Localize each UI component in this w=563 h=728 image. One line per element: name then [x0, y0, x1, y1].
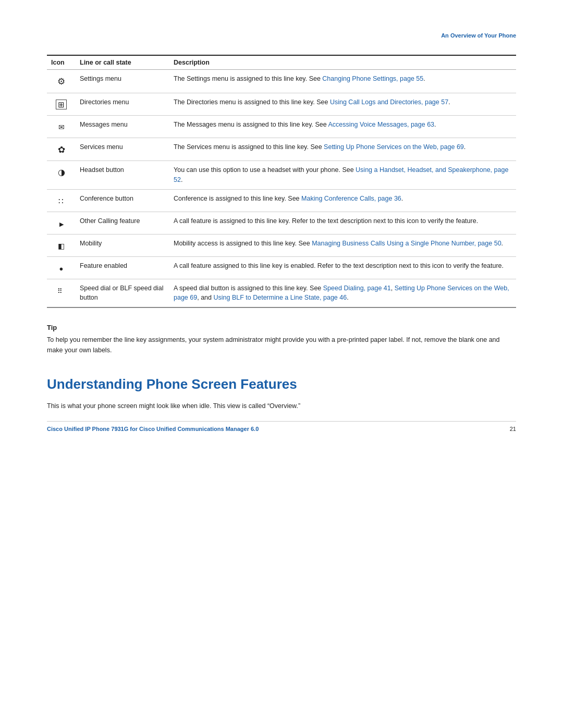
page-header: An Overview of Your Phone: [47, 31, 516, 39]
footer-left-text: Cisco Unified IP Phone 7931G for Cisco U…: [47, 426, 259, 432]
line-state-services: Services menu: [76, 138, 169, 161]
icon-settings-cell: ⚙: [47, 70, 76, 93]
page-wrapper: An Overview of Your Phone Icon Line or c…: [0, 0, 563, 453]
table-row: ⊞ Directories menu The Directories menu …: [47, 93, 516, 115]
icon-headset-cell: ◑: [47, 161, 76, 190]
icon-directories-cell: ⊞: [47, 93, 76, 115]
tip-title: Tip: [47, 324, 516, 331]
table-row: ● Feature enabled A call feature assigne…: [47, 256, 516, 279]
line-state-headset: Headset button: [76, 161, 169, 190]
link-speed-dialing[interactable]: Speed Dialing, page 41: [323, 285, 391, 292]
table-row: ▶ Other Calling feature A call feature i…: [47, 212, 516, 234]
link-blf[interactable]: Using BLF to Determine a Line State, pag…: [213, 294, 347, 301]
icon-mobility-cell: ◧: [47, 234, 76, 256]
section-heading: Understanding Phone Screen Features: [47, 376, 516, 392]
table-row: ✿ Services menu The Services menu is ass…: [47, 138, 516, 161]
desc-calling: A call feature is assigned to this line …: [169, 212, 516, 234]
icon-speed-cell: ⠿: [47, 279, 76, 307]
table-row: ∷ Conference button Conference is assign…: [47, 189, 516, 212]
table-row: ✉ Messages menu The Messages menu is ass…: [47, 115, 516, 138]
desc-mobility: Mobility access is assigned to this line…: [169, 234, 516, 256]
messages-icon: ✉: [58, 123, 65, 131]
table-header-row: Icon Line or call state Description: [47, 55, 516, 70]
desc-messages: The Messages menu is assigned to this li…: [169, 115, 516, 138]
icon-table: Icon Line or call state Description ⚙ Se…: [47, 55, 516, 308]
line-state-feature: Feature enabled: [76, 256, 169, 279]
link-changing-phone-settings[interactable]: Changing Phone Settings, page 55: [322, 75, 423, 82]
col-description: Description: [169, 55, 516, 70]
desc-conference: Conference is assigned to this line key.…: [169, 189, 516, 212]
col-icon: Icon: [47, 55, 76, 70]
page-footer: Cisco Unified IP Phone 7931G for Cisco U…: [47, 421, 516, 432]
line-state-messages: Messages menu: [76, 115, 169, 138]
feature-icon: ●: [59, 265, 64, 273]
directories-icon: ⊞: [56, 100, 67, 109]
section-intro: This is what your phone screen might loo…: [47, 401, 516, 411]
desc-services: The Services menu is assigned to this li…: [169, 138, 516, 161]
icon-calling-cell: ▶: [47, 212, 76, 234]
icon-messages-cell: ✉: [47, 115, 76, 138]
mobility-icon: ◧: [58, 242, 65, 250]
desc-directories: The Directories menu is assigned to this…: [169, 93, 516, 115]
line-state-speed: Speed dial or BLF speed dial button: [76, 279, 169, 307]
line-state-conference: Conference button: [76, 189, 169, 212]
tip-section: Tip To help you remember the line key as…: [47, 324, 516, 355]
headset-icon: ◑: [58, 168, 65, 177]
table-row: ⠿ Speed dial or BLF speed dial button A …: [47, 279, 516, 307]
page-number: 21: [510, 426, 516, 432]
calling-icon: ▶: [59, 221, 64, 227]
link-call-logs[interactable]: Using Call Logs and Directories, page 57: [330, 98, 448, 106]
link-mobility[interactable]: Managing Business Calls Using a Single P…: [312, 240, 501, 247]
desc-settings: The Settings menu is assigned to this li…: [169, 70, 516, 93]
desc-headset: You can use this option to use a headset…: [169, 161, 516, 190]
tip-text: To help you remember the line key assign…: [47, 335, 516, 355]
link-headset[interactable]: Using a Handset, Headset, and Speakerpho…: [174, 166, 508, 183]
line-state-settings: Settings menu: [76, 70, 169, 93]
speed-dial-icon: ⠿: [57, 286, 66, 297]
table-row: ◑ Headset button You can use this option…: [47, 161, 516, 190]
desc-speed: A speed dial button is assigned to this …: [169, 279, 516, 307]
link-phone-services[interactable]: Setting Up Phone Services on the Web, pa…: [324, 143, 464, 151]
line-state-mobility: Mobility: [76, 234, 169, 256]
line-state-calling: Other Calling feature: [76, 212, 169, 234]
table-row: ⚙ Settings menu The Settings menu is ass…: [47, 70, 516, 93]
link-conference-calls[interactable]: Making Conference Calls, page 36: [301, 195, 401, 202]
line-state-directories: Directories menu: [76, 93, 169, 115]
icon-conference-cell: ∷: [47, 189, 76, 212]
conference-icon: ∷: [58, 196, 65, 205]
link-voice-messages[interactable]: Accessing Voice Messages, page 63: [328, 121, 434, 128]
page-header-title: An Overview of Your Phone: [441, 32, 516, 39]
desc-feature: A call feature assigned to this line key…: [169, 256, 516, 279]
col-line-state: Line or call state: [76, 55, 169, 70]
icon-feature-cell: ●: [47, 256, 76, 279]
services-icon: ✿: [58, 145, 65, 155]
settings-icon: ⚙: [57, 77, 65, 87]
icon-services-cell: ✿: [47, 138, 76, 161]
table-row: ◧ Mobility Mobility access is assigned t…: [47, 234, 516, 256]
